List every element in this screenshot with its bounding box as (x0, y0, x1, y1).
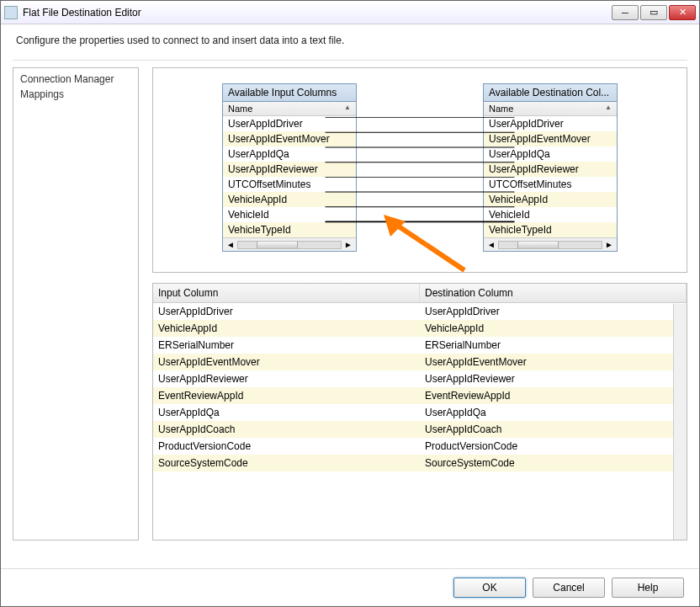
column-item[interactable]: UserAppIdQa (223, 146, 356, 162)
destination-columns-header: Available Destination Col... (484, 84, 617, 102)
cancel-button[interactable]: Cancel (533, 578, 605, 598)
table-row[interactable]: UserAppIdCoachUserAppIdCoach (153, 421, 687, 438)
column-item[interactable]: VehicleTypeId (223, 222, 356, 237)
section-sidebar: Connection Manager Mappings (13, 67, 139, 540)
scroll-up-icon[interactable]: ▲ (344, 104, 351, 114)
column-item[interactable]: UserAppIdDriver (484, 116, 617, 131)
column-item[interactable]: UTCOffsetMinutes (484, 177, 617, 192)
app-icon (4, 6, 18, 19)
table-cell: UserAppIdCoach (153, 421, 420, 438)
table-row[interactable]: SourceSystemCodeSourceSystemCode (153, 455, 687, 471)
table-cell: ERSerialNumber (153, 337, 420, 354)
table-row[interactable]: ProductVersionCodeProductVersionCode (153, 438, 687, 455)
grid-header-destination[interactable]: Destination Column (420, 284, 687, 302)
help-button[interactable]: Help (612, 578, 684, 598)
table-cell: UserAppIdEventMover (153, 354, 420, 370)
table-cell: SourceSystemCode (153, 455, 420, 471)
grid-vscroll[interactable] (673, 304, 687, 540)
titlebar: Flat File Destination Editor ─ ▭ ✕ (1, 1, 699, 24)
svg-line-8 (389, 220, 464, 270)
input-columns-box: Available Input Columns Name▲ UserAppIdD… (222, 83, 357, 252)
table-row[interactable]: UserAppIdReviewerUserAppIdReviewer (153, 370, 687, 387)
ok-button[interactable]: OK (453, 578, 526, 598)
table-cell: UserAppIdCoach (420, 421, 687, 438)
maximize-button[interactable]: ▭ (640, 5, 667, 20)
column-item[interactable]: UserAppIdReviewer (484, 162, 617, 177)
svg-marker-9 (384, 215, 406, 237)
column-item[interactable]: VehicleId (484, 207, 617, 222)
table-cell: UserAppIdEventMover (420, 354, 687, 370)
input-hscroll[interactable]: ◄► (223, 237, 356, 251)
column-item[interactable]: UserAppIdQa (484, 146, 617, 162)
table-row[interactable]: UserAppIdEventMoverUserAppIdEventMover (153, 354, 687, 370)
destination-columns-box: Available Destination Col... Name▲ UserA… (483, 83, 618, 252)
table-cell: UserAppIdDriver (420, 303, 687, 320)
input-columns-name-header[interactable]: Name▲ (223, 102, 356, 116)
table-cell: ProductVersionCode (153, 438, 420, 455)
column-item[interactable]: VehicleTypeId (484, 222, 617, 237)
window-title: Flat File Destination Editor (23, 7, 612, 19)
table-cell: UserAppIdDriver (153, 303, 420, 320)
destination-columns-name-header[interactable]: Name▲ (484, 102, 617, 116)
table-row[interactable]: UserAppIdQaUserAppIdQa (153, 404, 687, 421)
table-cell: VehicleAppId (153, 320, 420, 337)
table-cell: UserAppIdQa (153, 404, 420, 421)
sidebar-item-mappings[interactable]: Mappings (20, 87, 131, 102)
minimize-button[interactable]: ─ (612, 5, 639, 20)
column-mapper: Available Input Columns Name▲ UserAppIdD… (152, 67, 687, 273)
close-button[interactable]: ✕ (669, 5, 696, 20)
table-row[interactable]: VehicleAppIdVehicleAppId (153, 320, 687, 337)
table-row[interactable]: ERSerialNumberERSerialNumber (153, 337, 687, 354)
table-cell: EventReviewAppId (153, 387, 420, 404)
sidebar-item-connection[interactable]: Connection Manager (20, 72, 131, 87)
column-item[interactable]: UserAppIdEventMover (484, 131, 617, 146)
grid-header-input[interactable]: Input Column (153, 284, 420, 302)
table-row[interactable]: EventReviewAppIdEventReviewAppId (153, 387, 687, 404)
dest-hscroll[interactable]: ◄► (484, 237, 617, 251)
column-item[interactable]: UTCOffsetMinutes (223, 177, 356, 192)
scroll-up-icon[interactable]: ▲ (605, 104, 612, 114)
column-item[interactable]: UserAppIdReviewer (223, 162, 356, 177)
table-cell: UserAppIdReviewer (153, 370, 420, 387)
instruction-text: Configure the properties used to connect… (1, 24, 699, 50)
column-item[interactable]: VehicleAppId (223, 192, 356, 207)
column-item[interactable]: VehicleAppId (484, 192, 617, 207)
table-cell: EventReviewAppId (420, 387, 687, 404)
input-columns-header: Available Input Columns (223, 84, 356, 102)
table-cell: UserAppIdQa (420, 404, 687, 421)
grid-header: Input Column Destination Column (153, 284, 687, 303)
column-item[interactable]: VehicleId (223, 207, 356, 222)
table-row[interactable]: UserAppIdDriverUserAppIdDriver (153, 303, 687, 320)
column-item[interactable]: UserAppIdEventMover (223, 131, 356, 146)
table-cell: UserAppIdReviewer (420, 370, 687, 387)
column-item[interactable]: UserAppIdDriver (223, 116, 356, 131)
table-cell: SourceSystemCode (420, 455, 687, 471)
table-cell: VehicleAppId (420, 320, 687, 337)
annotation-arrow (372, 203, 481, 273)
mapping-grid: Input Column Destination Column UserAppI… (152, 283, 687, 540)
table-cell: ProductVersionCode (420, 438, 687, 455)
table-cell: ERSerialNumber (420, 337, 687, 354)
